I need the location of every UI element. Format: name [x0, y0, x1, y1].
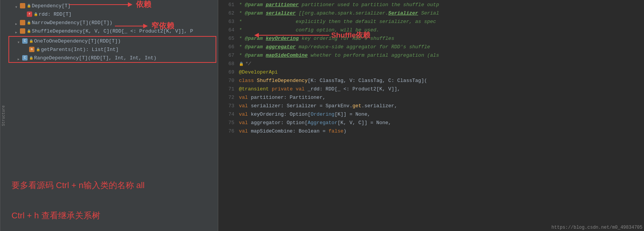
lock-icon3: 🔒 [27, 21, 31, 25]
tree-item-dependency[interactable]: C 🔒 Dependency[T] [7, 2, 218, 10]
span: get [352, 103, 361, 109]
span: val [239, 128, 248, 134]
lock-icon4: 🔒 [27, 29, 31, 33]
span: partitioner used to partition the shuffl… [299, 2, 439, 8]
tree-item-label: NarrowDependency[T](RDD[T]) [32, 20, 113, 26]
span: val [239, 111, 248, 117]
span: ) [343, 128, 347, 134]
span: * [239, 36, 245, 41]
span: _rdd: RDD[_ <: Product2[K, V]], [305, 86, 400, 92]
code-line-69: @DeveloperApi [237, 68, 644, 77]
line-num-62: 62 [218, 9, 234, 18]
code-line-67: * @param mapSideCombine whether to perfo… [237, 51, 644, 60]
arrow-down-icon [15, 4, 19, 8]
line-num-72: 72 [218, 93, 234, 102]
code-line-76: val mapSideCombine: Boolean = false) [237, 127, 644, 136]
span: Serial [418, 10, 439, 16]
code-line-65: * @param keyOrdering key ordering for RD… [237, 34, 644, 43]
span: @param [245, 36, 263, 41]
span: * [239, 52, 245, 58]
span: Aggregator [307, 120, 337, 126]
span: mapSideCombine [266, 52, 307, 58]
line-num-75: 75 [218, 119, 234, 127]
span: @param [245, 2, 263, 8]
span: class [239, 78, 254, 84]
tree-item-label: getParents(Int): List[Int] [41, 47, 119, 52]
code-line-71: @transient private val _rdd: RDD[_ <: Pr… [237, 85, 644, 93]
span: private [272, 86, 293, 92]
span: val [239, 120, 248, 126]
code-line-66: * @param aggregator map/reduce-side aggr… [237, 43, 644, 51]
span: key ordering for RDD's shuffles [299, 36, 394, 41]
line-num-66: 66 [218, 43, 234, 51]
tree-item-narrow[interactable]: C 🔒 NarrowDependency[T](RDD[T]) [7, 18, 218, 27]
tree-item-label: Dependency[T] [32, 3, 70, 9]
span: whether to perform partial aggregation (… [307, 52, 439, 58]
class-icon4: C [22, 38, 28, 44]
span: * [239, 44, 245, 50]
code-line-74: val keyOrdering: Option[Ordering[K]] = N… [237, 110, 644, 119]
arrow-right-icon3 [18, 56, 21, 60]
span: * [239, 10, 245, 16]
tree-item-label: OneToOneDependency[T](RDD[T]) [34, 38, 121, 44]
field-icon: f [27, 11, 32, 17]
span: @transient [239, 86, 269, 92]
span: Serializer [388, 10, 418, 16]
span [269, 86, 272, 92]
code-line-62: * @param serializer [[org.apache.spark.s… [237, 9, 644, 18]
lock-icon6: 🔒 [36, 48, 40, 51]
span: keyOrdering [266, 36, 299, 41]
line-num-68: 68 [218, 60, 234, 68]
lock-icon: 🔒 [27, 4, 31, 8]
lock-icon7: 🔒 [29, 56, 33, 60]
span: @param [245, 10, 263, 16]
line-num-65: 65 [218, 34, 234, 43]
line-num-63: 63 [218, 18, 234, 26]
highlight-box: C 🔒 OneToOneDependency[T](RDD[T]) m 🔒 ge… [8, 36, 216, 63]
span: [K, V, C]] = None, [337, 120, 391, 126]
instruction-line-1: 要多看源码 Ctrl + n输入类的名称 all [11, 178, 206, 193]
tree-item-onetoone[interactable]: C 🔒 OneToOneDependency[T](RDD[T]) [9, 37, 216, 45]
span: * [239, 2, 245, 8]
code-line-72: val partitioner: Partitioner, [237, 93, 644, 102]
line-num-74: 74 [218, 110, 234, 119]
tree-item-range[interactable]: C 🔒 RangeDependency[T](RDD[T], Int, Int,… [9, 54, 216, 62]
span: */ [245, 61, 251, 67]
class-icon2: C [20, 20, 25, 25]
class-icon: C [20, 3, 25, 8]
lock-icon5: 🔒 [29, 39, 33, 43]
span: [K]] = None, [335, 111, 371, 117]
span: @param [245, 44, 263, 50]
code-area: 61 62 63 64 65 66 67 68 69 70 71 72 73 7… [218, 0, 644, 231]
class-icon5: C [22, 55, 28, 61]
line-num-67: 67 [218, 51, 234, 60]
instruction-line-2 [11, 193, 206, 208]
method-icon: m [29, 47, 34, 52]
span: aggregator [266, 44, 296, 50]
line-num-64: 64 [218, 26, 234, 34]
span: ShuffleDependency [257, 78, 308, 84]
tree-item-getparents[interactable]: m 🔒 getParents(Int): List[Int] [9, 45, 216, 54]
span: val [296, 86, 304, 92]
line-num-61: 61 [218, 1, 234, 9]
lock-inline-icon: 🔒 [239, 62, 244, 66]
span: [[org.apache.spark.serializer. [296, 10, 388, 16]
left-panel: Structure C 🔒 Dependency[T] f 🔒 rdd: RDD… [0, 0, 218, 231]
line-num-70: 70 [218, 77, 234, 85]
tree-item-rdd[interactable]: f 🔒 rdd: RDD[T] [7, 10, 218, 18]
span: serializer [266, 10, 296, 16]
line-num-76: 76 [218, 127, 234, 136]
span: false [329, 128, 343, 134]
span: aggregator: Option[ [248, 120, 307, 126]
span: val [239, 103, 248, 109]
tree-area: C 🔒 Dependency[T] f 🔒 rdd: RDD[T] C 🔒 Na… [7, 0, 218, 170]
span: @param [245, 52, 263, 58]
code-line-68: 🔒*/ [237, 60, 644, 68]
span: map/reduce-side aggregator for RDD's shu… [296, 44, 430, 50]
span: Ordering [311, 111, 334, 117]
class-icon3: C [20, 28, 25, 34]
instruction-line-3: Ctrl + h 查看继承关系树 [11, 208, 206, 223]
tree-item-shuffle[interactable]: C 🔒 ShuffleDependency[K, V, C](RDD[_ <: … [7, 27, 218, 35]
span: mapSideCombine: Boolean = [248, 128, 329, 134]
code-line-63: * explicitly then the default serializer… [237, 18, 644, 26]
